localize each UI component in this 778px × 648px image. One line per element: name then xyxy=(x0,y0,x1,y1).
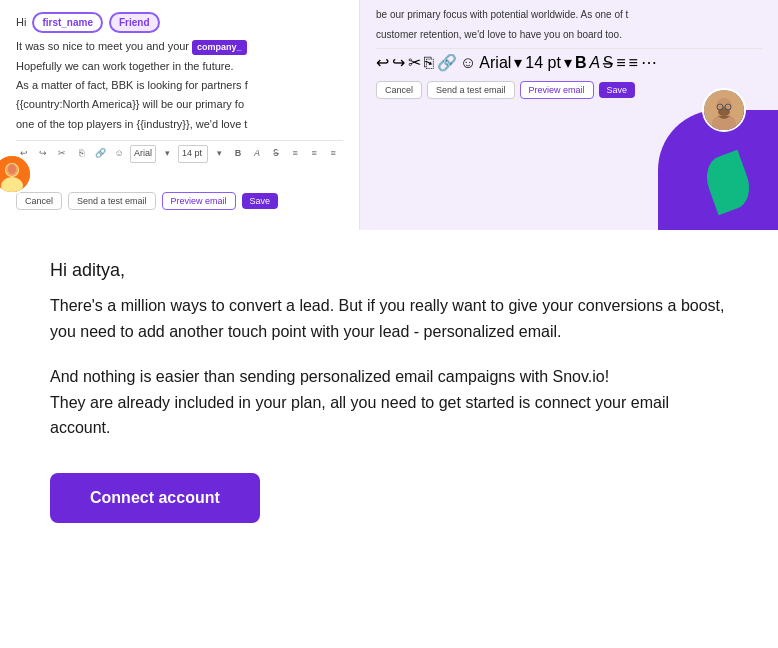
left-text3: As a matter of fact, BBK is looking for … xyxy=(16,78,343,93)
redo-icon: ↪ xyxy=(35,146,51,162)
r-align-icon2: ≡ xyxy=(629,54,638,72)
copy-icon: ⎘ xyxy=(73,146,89,162)
greeting-row: Hi first_name Friend xyxy=(16,12,343,33)
intro-paragraph: There's a million ways to convert a lead… xyxy=(50,293,728,344)
hi-text: Hi xyxy=(16,14,26,31)
left-text4: {{country:North America}} will be our pr… xyxy=(16,97,343,112)
strikethrough-icon: S̶ xyxy=(268,146,284,162)
cut-icon: ✂ xyxy=(54,146,70,162)
right-text1: be our primary focus with potential worl… xyxy=(376,8,762,22)
friend-tag: Friend xyxy=(109,12,160,33)
chevron-down-icon2: ▾ xyxy=(211,146,227,162)
r-link-icon: 🔗 xyxy=(437,53,457,72)
align-center-icon: ≡ xyxy=(306,146,322,162)
left-toolbar: ↩ ↪ ✂ ⎘ 🔗 ☺ Arial ▾ 14 pt ▾ B A S̶ ≡ ≡ ≡… xyxy=(16,140,343,186)
svg-point-4 xyxy=(8,164,16,174)
cancel-button[interactable]: Cancel xyxy=(16,192,62,210)
preview-button[interactable]: Preview email xyxy=(162,192,236,210)
right-editor-panel: be our primary focus with potential worl… xyxy=(360,0,778,230)
left-btn-row: Cancel Send a test email Preview email S… xyxy=(16,186,343,216)
r-font-selector[interactable]: Arial xyxy=(479,54,511,72)
r-cut-icon: ✂ xyxy=(408,53,421,72)
right-text2: customer retention, we'd love to have yo… xyxy=(376,28,762,42)
r-italic-icon: A xyxy=(590,54,601,72)
avatar-right-image xyxy=(704,90,744,130)
hi-greeting: Hi aditya, xyxy=(50,260,728,281)
svg-point-8 xyxy=(718,108,730,116)
save-button[interactable]: Save xyxy=(242,193,279,209)
r-preview-button[interactable]: Preview email xyxy=(520,81,594,99)
left-text1: It was so nice to meet you and your comp… xyxy=(16,39,343,55)
link-icon: 🔗 xyxy=(92,146,108,162)
send-test-button[interactable]: Send a test email xyxy=(68,192,156,210)
size-selector[interactable]: 14 pt xyxy=(178,145,208,163)
r-copy-icon: ⎘ xyxy=(424,54,434,72)
connect-account-button[interactable]: Connect account xyxy=(50,473,260,523)
r-chevron-icon: ▾ xyxy=(514,53,522,72)
avatar-left-image xyxy=(0,156,30,192)
right-toolbar: ↩ ↪ ✂ ⎘ 🔗 ☺ Arial ▾ 14 pt ▾ B A S̶ ≡ ≡ ⋯ xyxy=(376,48,762,76)
bold-icon: B xyxy=(230,146,246,162)
align-right-icon: ≡ xyxy=(325,146,341,162)
align-left-icon: ≡ xyxy=(287,146,303,162)
r-align-icon: ≡ xyxy=(616,54,625,72)
r-more-icon: ⋯ xyxy=(641,53,657,72)
body-paragraph: And nothing is easier than sending perso… xyxy=(50,364,728,441)
r-size-selector[interactable]: 14 pt xyxy=(525,54,561,72)
r-strikethrough-icon: S̶ xyxy=(603,53,613,72)
italic-icon: A xyxy=(249,146,265,162)
font-selector[interactable]: Arial xyxy=(130,145,156,163)
r-emoji-icon: ☺ xyxy=(460,54,476,72)
right-content: be our primary focus with potential worl… xyxy=(376,8,762,104)
r-save-button[interactable]: Save xyxy=(599,82,636,98)
firstname-tag: first_name xyxy=(32,12,103,33)
r-redo-icon: ↪ xyxy=(392,53,405,72)
left-editor-panel: Hi first_name Friend It was so nice to m… xyxy=(0,0,360,230)
content-section: Hi aditya, There's a million ways to con… xyxy=(0,230,778,563)
screenshot-preview: Hi first_name Friend It was so nice to m… xyxy=(0,0,778,230)
r-cancel-button[interactable]: Cancel xyxy=(376,81,422,99)
chevron-down-icon: ▾ xyxy=(159,146,175,162)
company-tag: company_ xyxy=(192,40,247,55)
emoji-icon: ☺ xyxy=(111,146,127,162)
avatar-right xyxy=(702,88,746,132)
r-chevron-icon2: ▾ xyxy=(564,53,572,72)
r-bold-icon: B xyxy=(575,54,587,72)
r-undo-icon: ↩ xyxy=(376,53,389,72)
r-send-test-button[interactable]: Send a test email xyxy=(427,81,515,99)
left-text2: Hopefully we can work together in the fu… xyxy=(16,59,343,74)
left-text5: one of the top players in {{industry}}, … xyxy=(16,117,343,132)
